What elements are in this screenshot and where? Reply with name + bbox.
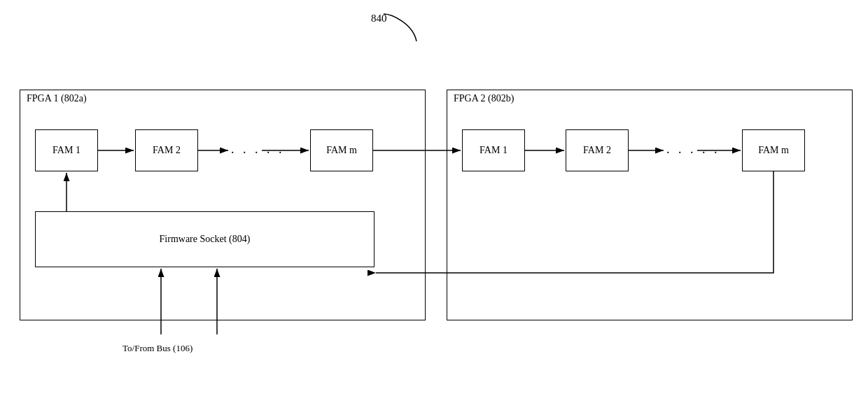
fpga1-fam1-box: FAM 1: [35, 129, 98, 171]
curve-840: [371, 10, 441, 45]
fpga2-label: FPGA 2 (802b): [454, 93, 514, 104]
fpga2-fam1-box: FAM 1: [462, 129, 525, 171]
fpga1-box: [20, 90, 426, 320]
fpga2-dots: · · · · ·: [666, 146, 720, 160]
fpga1-dots: · · · · ·: [231, 146, 285, 160]
fpga1-fam2-box: FAM 2: [135, 129, 198, 171]
fpga1-famm-box: FAM m: [310, 129, 373, 171]
fpga1-label: FPGA 1 (802a): [27, 93, 87, 104]
bus-label: To/From Bus (106): [122, 343, 192, 354]
fpga2-fam2-box: FAM 2: [566, 129, 629, 171]
fpga2-famm-box: FAM m: [742, 129, 805, 171]
diagram-container: 840 FPGA 1 (802a) FAM 1 FAM 2 · · · · · …: [0, 0, 868, 396]
firmware-socket-box: Firmware Socket (804): [35, 211, 374, 267]
fpga2-box: [447, 90, 853, 320]
